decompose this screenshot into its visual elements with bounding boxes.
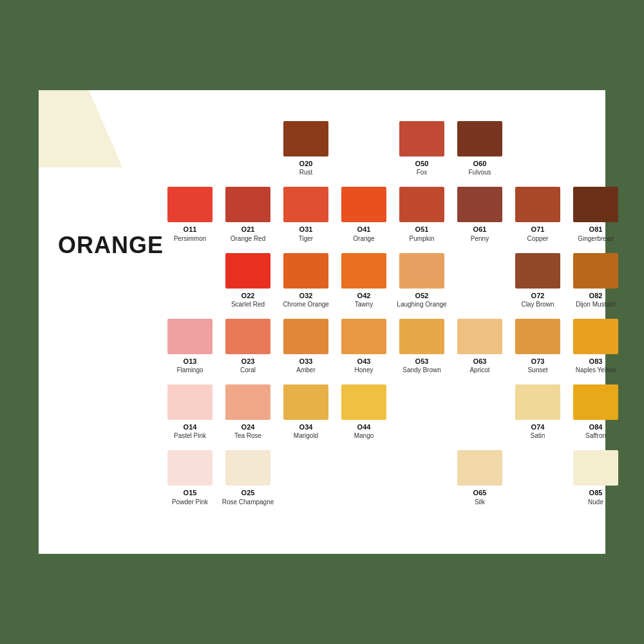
color-swatch-box — [225, 253, 270, 289]
color-code-label: O82 — [589, 291, 603, 300]
color-code-label: O73 — [531, 357, 545, 366]
color-code-label: O61 — [473, 225, 487, 234]
color-code-label: O11 — [184, 225, 197, 234]
color-swatch-cell: O74Satin — [509, 379, 567, 445]
color-swatch-cell: O25Rose Champagne — [219, 445, 277, 511]
empty-cell — [451, 379, 509, 445]
color-swatch-cell: O20Rust — [277, 116, 335, 182]
color-code-label: O81 — [589, 225, 603, 234]
color-swatch-cell: O61Penny — [451, 182, 509, 247]
color-swatch-cell: O63Apricot — [451, 314, 509, 379]
color-swatch-box — [573, 319, 618, 354]
color-chart-card: ORANGE O20RustO50FoxO60FulvousO11Persimm… — [39, 90, 605, 554]
color-code-label: O43 — [357, 357, 371, 366]
color-swatch-cell: O23Coral — [219, 314, 277, 379]
color-name-label: Clay Brown — [521, 300, 554, 308]
color-code-label: O72 — [531, 291, 545, 300]
color-name-label: Amber — [296, 366, 315, 374]
color-swatch-box — [515, 319, 560, 354]
color-swatch-cell: O50Fox — [393, 116, 451, 182]
color-code-label: O42 — [357, 291, 371, 300]
color-name-label: Rust — [299, 168, 313, 176]
color-swatch-cell: O85Nude — [567, 445, 625, 511]
color-swatch-box — [225, 319, 270, 354]
color-name-label: Tea Rose — [234, 431, 261, 440]
empty-cell — [277, 445, 335, 511]
empty-cell — [161, 248, 219, 314]
color-code-label: O41 — [357, 225, 371, 234]
color-grid-area: O20RustO50FoxO60FulvousO11PersimmonO21Or… — [161, 116, 586, 511]
color-code-label: O44 — [357, 422, 371, 431]
color-code-label: O71 — [531, 225, 545, 234]
color-swatch-cell: O33Amber — [277, 314, 335, 379]
color-code-label: O52 — [415, 291, 429, 300]
color-swatch-box — [341, 319, 386, 354]
color-code-label: O21 — [242, 225, 255, 234]
color-name-label: Pumpkin — [410, 234, 435, 243]
color-swatch-cell: O53Sandy Brown — [393, 314, 451, 379]
color-swatch-box — [167, 450, 213, 486]
color-code-label: O13 — [184, 357, 197, 366]
color-name-label: Honey — [355, 366, 374, 374]
color-swatch-box — [341, 384, 386, 420]
color-code-label: O63 — [473, 357, 487, 366]
category-title: ORANGE — [58, 232, 164, 259]
empty-cell — [567, 116, 625, 182]
color-swatch-cell: O81Gingerbread — [567, 182, 625, 247]
color-name-label: Rose Champagne — [222, 498, 274, 506]
color-swatch-cell: O13Flamingo — [161, 314, 219, 379]
empty-cell — [219, 116, 277, 182]
color-swatch-box — [341, 253, 386, 289]
color-name-label: Dijon Mustard — [576, 300, 616, 308]
color-code-label: O74 — [531, 422, 545, 431]
color-swatch-cell: O21Orange Red — [219, 182, 277, 247]
color-code-label: O14 — [184, 422, 197, 431]
color-swatch-cell: O71Copper — [509, 182, 567, 247]
corner-decoration — [39, 90, 122, 167]
color-swatch-box — [341, 187, 386, 222]
color-name-label: Saffron — [585, 431, 606, 440]
color-swatch-box — [399, 187, 444, 222]
color-code-label: O65 — [473, 488, 487, 497]
color-name-label: Fulvous — [468, 168, 491, 176]
color-code-label: O25 — [242, 488, 255, 497]
color-name-label: Nude — [588, 498, 603, 506]
empty-cell — [393, 445, 451, 511]
empty-cell — [335, 116, 393, 182]
color-code-label: O85 — [589, 488, 603, 497]
color-swatch-cell: O60Fulvous — [451, 116, 509, 182]
color-code-label: O23 — [242, 357, 255, 366]
color-code-label: O24 — [242, 422, 255, 431]
color-swatch-box — [399, 121, 444, 156]
color-name-label: Chrome Orange — [283, 300, 329, 308]
color-name-label: Orange — [353, 234, 374, 243]
color-name-label: Tiger — [299, 234, 313, 243]
color-name-label: Apricot — [469, 366, 489, 374]
color-name-label: Scarlet Red — [231, 300, 265, 308]
color-swatch-box — [283, 253, 328, 289]
color-swatch-cell: O73Sunset — [509, 314, 567, 379]
color-swatch-box — [225, 187, 270, 222]
color-swatch-cell: O72Clay Brown — [509, 248, 567, 314]
color-swatch-box — [457, 121, 502, 156]
color-swatch-cell: O15Powder Pink — [161, 445, 219, 511]
color-name-label: Flamingo — [176, 366, 203, 374]
color-code-label: O50 — [415, 159, 429, 168]
color-code-label: O33 — [299, 357, 313, 366]
color-code-label: O83 — [589, 357, 603, 366]
color-swatch-box — [283, 187, 328, 222]
color-swatch-cell: O42Tawny — [335, 248, 393, 314]
color-swatch-box — [457, 187, 502, 222]
color-code-label: O53 — [415, 357, 429, 366]
empty-cell — [509, 116, 567, 182]
color-name-label: Satin — [531, 431, 545, 440]
color-swatch-box — [573, 187, 618, 222]
color-name-label: Pastel Pink — [174, 431, 206, 440]
color-code-label: O22 — [242, 291, 255, 300]
color-swatch-cell: O31Tiger — [277, 182, 335, 247]
color-swatch-box — [283, 384, 328, 420]
color-swatch-box — [167, 384, 213, 420]
color-name-label: Penny — [471, 234, 489, 243]
color-swatch-box — [573, 450, 618, 486]
color-code-label: O84 — [589, 422, 603, 431]
